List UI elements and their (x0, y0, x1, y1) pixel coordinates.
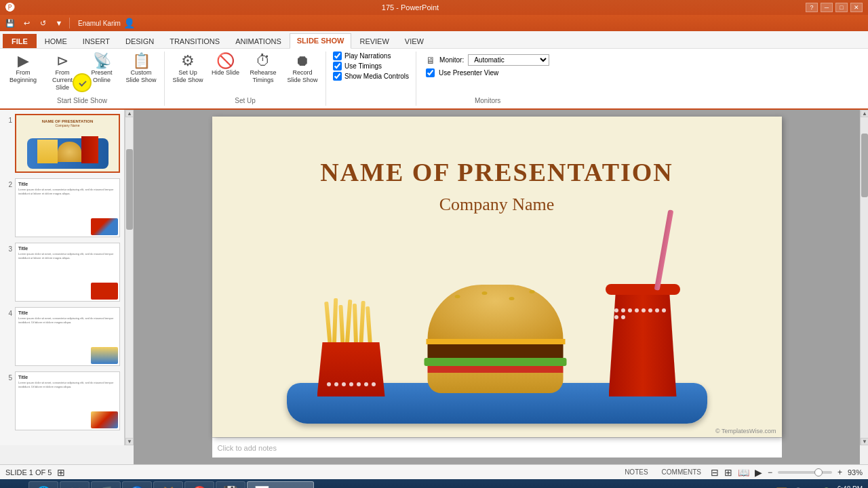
lettuce (424, 358, 566, 366)
slide-thumbnail-1[interactable]: 1 NAME OF PRESENTATION Company Name (3, 113, 121, 174)
show-media-controls-checkbox[interactable] (333, 72, 342, 81)
main-scroll-up[interactable]: ▲ (861, 110, 868, 117)
taskbar-chrome[interactable]: 🔵 (122, 481, 152, 488)
slide5-mini-img (91, 411, 118, 428)
ie-icon: 🌐 (36, 485, 51, 488)
slide-thumbnail-4[interactable]: 4 Title Lorem ipsum dolor sit amet, cons… (3, 306, 121, 367)
ribbon: ▶ From Beginning ⊳ From Current Slide 📡 … (0, 49, 868, 110)
taskbar-ie[interactable]: 🌐 (28, 481, 58, 488)
taskbar-drive[interactable]: 💾 (216, 481, 245, 488)
scroll-up-arrow[interactable]: ▲ (125, 110, 134, 117)
slide-thumbnail-2[interactable]: 2 Title Lorem ipsum dolor sit amet, cons… (3, 177, 121, 239)
slide-image-5: Title Lorem ipsum dolor sit amet, consec… (15, 371, 120, 430)
checkboxes-content: Play Narrations Use Timings Show Media C… (330, 52, 412, 103)
main-scroll-thumb[interactable] (861, 134, 868, 198)
scroll-down-arrow[interactable]: ▼ (125, 438, 134, 445)
zoom-in-btn[interactable]: + (837, 468, 842, 477)
zoom-level: 93% (848, 468, 863, 476)
slide-view-icon[interactable]: ⊞ (57, 467, 65, 478)
notes-button[interactable]: NOTES (620, 468, 652, 476)
taskbar-explorer[interactable]: 📁 (60, 481, 90, 488)
minimize-button[interactable]: ─ (821, 3, 833, 12)
fry-5 (352, 304, 357, 346)
ribbon-group-monitors: 🖥 Monitor: Automatic Use Presenter View … (416, 52, 559, 106)
presenter-view-checkbox[interactable] (426, 68, 435, 77)
tab-file[interactable]: FILE (3, 34, 37, 48)
play-narrations-option[interactable]: Play Narrations (333, 52, 409, 60)
tab-insert[interactable]: INSERT (75, 34, 117, 48)
bag-dots (324, 382, 378, 386)
tab-design[interactable]: DESIGN (118, 34, 161, 48)
save-button[interactable]: 💾 (3, 17, 18, 29)
slide3-mini-img (91, 283, 118, 300)
taskbar-right: 📶 🔊 🛡 🔋 6:48 PM 8/2/2015 (776, 485, 865, 488)
taskbar-app1[interactable]: 🔴 (184, 481, 214, 488)
zoom-thumb[interactable] (814, 468, 823, 476)
main-scroll-down[interactable]: ▼ (861, 438, 868, 445)
tab-slideshow[interactable]: SLIDE SHOW (290, 33, 352, 49)
from-current-icon: ⊳ (56, 54, 68, 68)
slide-number-5: 5 (4, 374, 12, 382)
tab-home[interactable]: HOME (37, 34, 75, 48)
reading-view-btn[interactable]: 📖 (738, 467, 749, 478)
fry-2 (332, 298, 337, 346)
redo-button[interactable]: ↺ (35, 17, 50, 29)
custom-show-button[interactable]: 📋 Custom Slide Show (122, 52, 160, 86)
tab-transitions[interactable]: TRANSITIONS (162, 34, 227, 48)
undo-button[interactable]: ↩ (19, 17, 34, 29)
slide-panel-scrollbar[interactable]: ▲ ▼ (125, 110, 133, 445)
presenter-view-option[interactable]: Use Presenter View (426, 68, 549, 77)
slide-sorter-btn[interactable]: ⊞ (724, 467, 732, 478)
customize-qa-button[interactable]: ▼ (52, 17, 66, 29)
normal-view-btn[interactable]: ⊟ (711, 467, 719, 478)
tab-review[interactable]: REVIEW (352, 34, 396, 48)
tab-view[interactable]: VIEW (397, 34, 431, 48)
monitors-content: 🖥 Monitor: Automatic Use Presenter View (420, 52, 555, 96)
play-narrations-checkbox[interactable] (333, 52, 342, 60)
play-narrations-label: Play Narrations (344, 52, 391, 60)
taskbar-media[interactable]: 🎵 (91, 481, 121, 488)
use-timings-checkbox[interactable] (333, 62, 342, 70)
setup-show-button[interactable]: ⚙ Set Up Slide Show (169, 52, 207, 86)
slide-thumbnail-5[interactable]: 5 Title Lorem ipsum dolor sit amet, cons… (3, 370, 121, 432)
tomato (427, 366, 563, 373)
monitor-dropdown[interactable]: Automatic (468, 54, 549, 66)
setup-show-icon: ⚙ (181, 54, 195, 68)
scroll-thumb[interactable] (126, 149, 133, 229)
record-icon: ⏺ (295, 54, 310, 68)
comments-button[interactable]: COMMENTS (658, 468, 705, 476)
close-button[interactable]: ✕ (850, 3, 863, 12)
cup-lid (606, 284, 680, 295)
monitor-label: Monitor: (439, 56, 464, 64)
present-online-icon: 📡 (93, 54, 111, 68)
taskbar-powerpoint[interactable]: 📊 PowerPoint (247, 481, 314, 488)
slideshow-btn[interactable]: ▶ (755, 467, 762, 478)
taskbar-firefox[interactable]: 🦊 (153, 481, 183, 488)
from-beginning-button[interactable]: ▶ From Beginning (4, 52, 42, 86)
zoom-slider[interactable] (778, 471, 832, 474)
slide4-mini-img (91, 347, 118, 364)
hide-slide-button[interactable]: 🚫 Hide Slide (208, 52, 243, 79)
record-show-button[interactable]: ⏺ Record Slide Show (283, 52, 321, 86)
slide-thumbnail-3[interactable]: 3 Title Lorem ipsum dolor sit amet, cons… (3, 241, 121, 303)
slide-info: SLIDE 1 OF 5 (5, 468, 52, 476)
show-media-controls-option[interactable]: Show Media Controls (333, 72, 409, 81)
copyright-text: © TemplatesWise.com (715, 428, 776, 434)
zoom-out-btn[interactable]: − (768, 468, 772, 477)
rehearse-timings-button[interactable]: ⏱ Rehearse Timings (244, 52, 282, 86)
rehearse-label: Rehearse Timings (248, 69, 279, 84)
record-label: Record Slide Show (287, 69, 318, 84)
user-avatar[interactable]: 👤 (122, 17, 137, 29)
tab-animations[interactable]: ANIMATIONS (228, 34, 289, 48)
fry-1 (324, 302, 332, 346)
slide-panel-container: 1 NAME OF PRESENTATION Company Name (0, 110, 134, 445)
restore-button[interactable]: □ (835, 3, 848, 12)
use-timings-option[interactable]: Use Timings (333, 62, 409, 70)
slide-number-3: 3 (4, 245, 12, 253)
help-button[interactable]: ? (806, 3, 818, 12)
slide-canvas: NAME OF PRESENTATION Company Name (212, 117, 782, 437)
cheese (426, 339, 565, 344)
start-button[interactable]: ⊞ (3, 481, 27, 488)
notes-area[interactable]: Click to add notes (212, 437, 782, 458)
custom-show-label: Custom Slide Show (125, 69, 157, 84)
